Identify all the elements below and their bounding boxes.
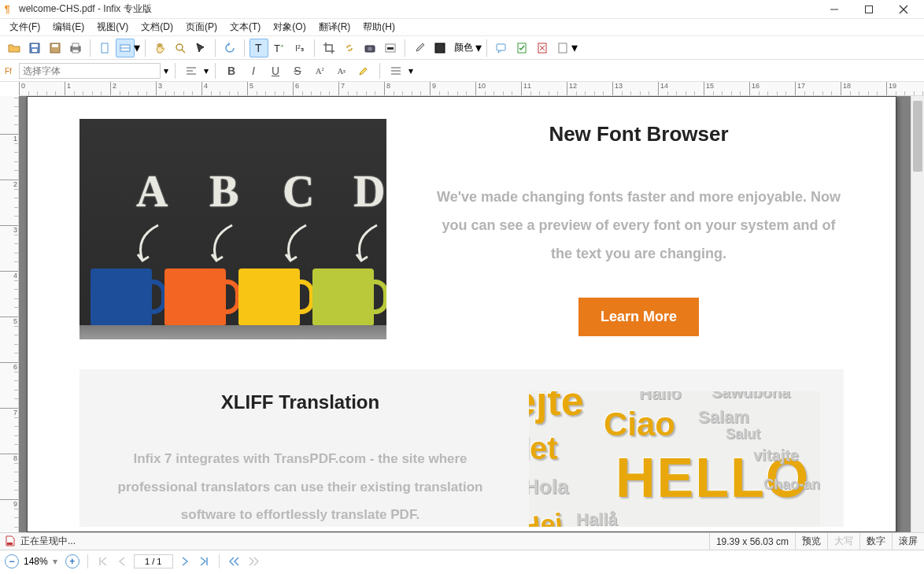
status-bar: 正在呈现中... 19.39 x 56.03 cm 预览 大写 数字 滚屏: [0, 532, 924, 550]
linespacing-button[interactable]: [386, 62, 405, 80]
zoom-level[interactable]: 148%: [24, 556, 48, 567]
redact-tool[interactable]: [381, 39, 400, 57]
zoom-dropdown[interactable]: ▾: [53, 556, 61, 567]
menu-help[interactable]: 帮助(H): [357, 19, 401, 35]
svg-rect-7: [32, 49, 37, 52]
highlight-button[interactable]: [354, 62, 373, 80]
font-icon: Ff: [5, 65, 16, 76]
attach-dropdown-icon[interactable]: ▾: [571, 40, 578, 55]
svg-text:T: T: [255, 42, 262, 54]
svg-rect-9: [52, 44, 58, 47]
page-number-field[interactable]: [134, 554, 173, 568]
hello-image: HELLO ejte Ciao zlet Hei Hallo Sawubona …: [529, 391, 820, 527]
document-canvas[interactable]: ABCD New Font Browser We've made changin…: [19, 96, 924, 532]
camera-tool[interactable]: [360, 39, 379, 57]
menu-page[interactable]: 页面(P): [179, 19, 224, 35]
svg-rect-25: [435, 43, 445, 53]
link-tool[interactable]: [340, 39, 359, 57]
print-button[interactable]: [66, 39, 85, 57]
work-area: 0123456789101112 ABCD: [0, 96, 924, 532]
fit-page-button[interactable]: [95, 39, 114, 57]
stamp-tool[interactable]: [512, 39, 531, 57]
menu-edit[interactable]: 编辑(E): [46, 19, 91, 35]
svg-rect-31: [559, 43, 567, 53]
menu-view[interactable]: 视图(V): [91, 19, 135, 35]
prev-view-button[interactable]: [227, 554, 242, 568]
sign-tool[interactable]: [533, 39, 552, 57]
section1-body[interactable]: We've made changing fonts faster and mor…: [434, 183, 844, 268]
svg-text:+: +: [280, 43, 284, 50]
crop-tool[interactable]: [320, 39, 338, 57]
section1-title[interactable]: New Font Browser: [434, 122, 844, 146]
select-tool[interactable]: [191, 39, 210, 57]
font-dropdown-icon[interactable]: ▾: [164, 65, 168, 76]
zoom-out-button[interactable]: −: [5, 554, 19, 568]
strikethrough-button[interactable]: S: [288, 62, 307, 80]
main-toolbar: ▾ T T+ I²₃ 颜色 ▾ ▾: [0, 36, 924, 60]
underline-button[interactable]: U: [266, 62, 285, 80]
superscript-button[interactable]: A²: [310, 62, 329, 80]
hand-tool[interactable]: [150, 39, 169, 57]
svg-rect-2: [866, 6, 873, 13]
svg-rect-6: [31, 44, 38, 47]
section2-title[interactable]: XLIFF Translation: [103, 391, 497, 413]
status-text: 正在呈现中...: [20, 535, 76, 548]
menu-file[interactable]: 文件(F): [3, 19, 46, 35]
attach-tool[interactable]: [553, 39, 572, 57]
learn-more-button[interactable]: Learn More: [578, 298, 699, 336]
rotate-tool[interactable]: [220, 39, 239, 57]
close-button[interactable]: [886, 0, 921, 19]
svg-rect-26: [497, 44, 505, 50]
next-page-button[interactable]: [178, 554, 192, 568]
horizontal-ruler[interactable]: 01234567891011121314151617181920: [19, 82, 924, 96]
color-dropdown-icon[interactable]: ▾: [475, 40, 482, 55]
status-preview[interactable]: 预览: [795, 533, 827, 550]
prev-page-button[interactable]: [115, 554, 129, 568]
italic-button[interactable]: I: [244, 62, 263, 80]
menu-translate[interactable]: 翻译(R): [312, 19, 357, 35]
menu-object[interactable]: 对象(O): [267, 19, 312, 35]
title-bar: ¶ welcome-CHS.pdf - Infix 专业版: [0, 0, 924, 19]
status-icon: [3, 535, 17, 549]
font-select[interactable]: [19, 63, 161, 79]
align-left-button[interactable]: [182, 62, 201, 80]
save-button[interactable]: [25, 39, 44, 57]
svg-rect-24: [387, 47, 394, 50]
linespacing-dropdown-icon[interactable]: ▾: [408, 65, 413, 76]
window-title: welcome-CHS.pdf - Infix 专业版: [19, 2, 152, 16]
comment-tool[interactable]: [492, 39, 511, 57]
open-button[interactable]: [5, 39, 24, 57]
zoom-in-button[interactable]: +: [65, 554, 79, 568]
menu-document[interactable]: 文档(D): [135, 19, 179, 35]
eyedropper-tool[interactable]: [410, 39, 429, 57]
section2-body[interactable]: Infix 7 integrates with TransPDF.com - t…: [103, 445, 497, 527]
svg-point-15: [176, 44, 183, 50]
vertical-scrollbar[interactable]: [911, 96, 924, 532]
last-page-button[interactable]: [197, 554, 211, 568]
svg-point-22: [368, 46, 372, 50]
maximize-button[interactable]: [852, 0, 886, 19]
pdf-page[interactable]: ABCD New Font Browser We've made changin…: [27, 96, 896, 532]
status-caps: 大写: [827, 533, 859, 550]
bold-button[interactable]: B: [222, 62, 241, 80]
svg-line-16: [182, 50, 185, 53]
menu-text[interactable]: 文本(T): [224, 19, 267, 35]
vertical-ruler[interactable]: 0123456789101112: [0, 96, 19, 532]
align-dropdown-icon[interactable]: ▾: [204, 65, 209, 76]
zoom-tool[interactable]: [171, 39, 190, 57]
text-tool[interactable]: T: [249, 39, 268, 57]
svg-rect-11: [72, 43, 79, 47]
saveas-button[interactable]: [46, 39, 65, 57]
zoom-dropdown-icon[interactable]: ▾: [134, 40, 140, 55]
first-page-button[interactable]: [96, 554, 110, 568]
scrollbar-thumb[interactable]: [913, 101, 922, 172]
fit-width-button[interactable]: [116, 39, 135, 57]
minimize-button[interactable]: [817, 0, 852, 19]
text-plus-tool[interactable]: T+: [270, 39, 289, 57]
status-scroll: 滚屏: [892, 533, 924, 550]
subscript-button[interactable]: A₂: [332, 62, 351, 80]
vertical-text-tool[interactable]: I²₃: [290, 39, 309, 57]
color-swatch[interactable]: [431, 39, 449, 57]
next-view-button[interactable]: [246, 554, 261, 568]
menu-bar: 文件(F) 编辑(E) 视图(V) 文档(D) 页面(P) 文本(T) 对象(O…: [0, 19, 924, 36]
